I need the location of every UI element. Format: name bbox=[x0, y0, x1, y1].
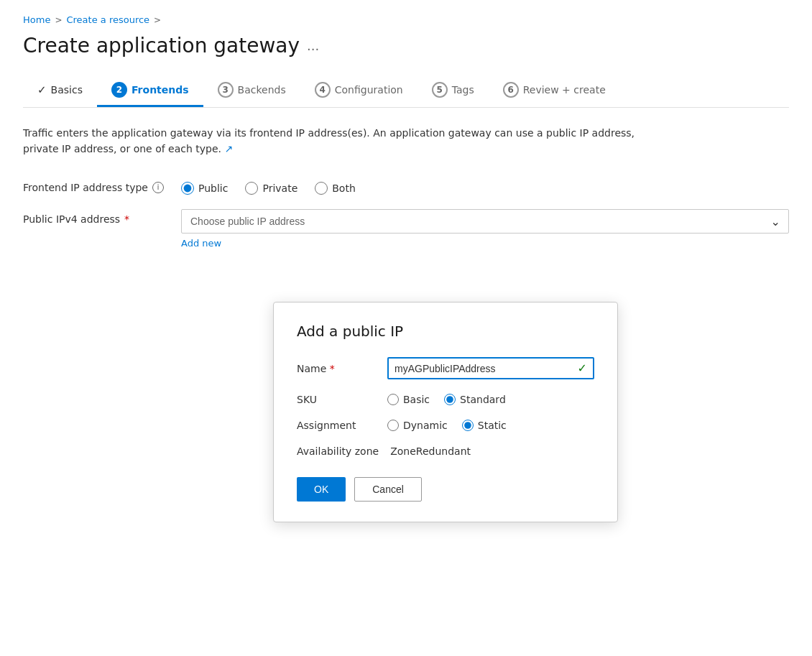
tab-tags-label: Tags bbox=[452, 84, 474, 96]
review-tab-num: 6 bbox=[503, 82, 519, 98]
modal-availability-zone-label-text: Availability zone bbox=[297, 445, 379, 457]
breadcrumb-separator-2: > bbox=[154, 15, 161, 25]
tab-review-create[interactable]: 6 Review + create bbox=[489, 75, 620, 107]
breadcrumb: Home > Create a resource > bbox=[23, 14, 789, 25]
sku-basic-radio[interactable] bbox=[387, 394, 399, 405]
frontend-ip-public-radio[interactable] bbox=[181, 182, 194, 195]
assignment-static-radio[interactable] bbox=[462, 420, 474, 431]
configuration-tab-num: 4 bbox=[315, 82, 331, 98]
public-ipv4-required-star: * bbox=[124, 213, 129, 225]
breadcrumb-separator-1: > bbox=[55, 15, 62, 25]
assignment-dynamic-radio[interactable] bbox=[387, 420, 399, 431]
modal-assignment-label-text: Assignment bbox=[297, 420, 356, 431]
frontend-ip-info-icon[interactable]: i bbox=[152, 182, 164, 193]
public-ip-select[interactable]: Choose public IP address bbox=[181, 209, 789, 234]
modal-sku-row: SKU Basic Standard bbox=[297, 394, 594, 405]
modal-cancel-button[interactable]: Cancel bbox=[354, 477, 422, 502]
modal-ok-button[interactable]: OK bbox=[297, 477, 346, 502]
frontend-ip-type-row: Frontend IP address type i Public Privat… bbox=[23, 177, 789, 195]
tab-configuration[interactable]: 4 Configuration bbox=[300, 75, 417, 107]
ellipsis-menu-icon[interactable]: ... bbox=[307, 38, 319, 53]
modal-sku-label: SKU bbox=[297, 394, 376, 405]
tab-frontends[interactable]: 2 Frontends bbox=[97, 75, 203, 107]
frontend-ip-public-label[interactable]: Public bbox=[198, 183, 228, 194]
backends-tab-num: 3 bbox=[218, 82, 234, 98]
tags-tab-num: 5 bbox=[432, 82, 448, 98]
frontend-ip-control: Public Private Both bbox=[181, 177, 789, 195]
description-text: Traffic enters the application gateway v… bbox=[23, 127, 635, 154]
page-title: Create application gateway bbox=[23, 34, 300, 57]
tab-backends[interactable]: 3 Backends bbox=[203, 75, 300, 107]
public-ipv4-label: Public IPv4 address * bbox=[23, 209, 167, 225]
modal-name-row: Name * ✓ bbox=[297, 357, 594, 379]
tab-review-create-label: Review + create bbox=[523, 84, 606, 96]
page-title-row: Create application gateway ... bbox=[23, 34, 789, 57]
breadcrumb-create-resource[interactable]: Create a resource bbox=[66, 14, 149, 25]
modal-assignment-label: Assignment bbox=[297, 420, 376, 431]
frontend-ip-private-option[interactable]: Private bbox=[245, 182, 297, 195]
assignment-dynamic-label[interactable]: Dynamic bbox=[403, 420, 448, 431]
wizard-tabs: ✓ Basics 2 Frontends 3 Backends 4 Config… bbox=[23, 75, 789, 108]
modal-box: Add a public IP Name * ✓ SKU bbox=[273, 302, 618, 522]
modal-sku-field: Basic Standard bbox=[387, 394, 594, 405]
sku-standard-option[interactable]: Standard bbox=[444, 394, 506, 405]
public-ipv4-row: Public IPv4 address * Choose public IP a… bbox=[23, 209, 789, 249]
frontends-tab-num: 2 bbox=[111, 82, 127, 98]
modal-name-field: ✓ bbox=[387, 357, 594, 379]
tab-basics[interactable]: ✓ Basics bbox=[23, 76, 97, 106]
tab-backends-label: Backends bbox=[238, 84, 286, 96]
modal-actions: OK Cancel bbox=[297, 477, 594, 502]
frontend-ip-private-radio[interactable] bbox=[245, 182, 258, 195]
frontend-ip-public-option[interactable]: Public bbox=[181, 182, 228, 195]
frontend-ip-label: Frontend IP address type i bbox=[23, 177, 167, 193]
modal-assignment-radio-group: Dynamic Static bbox=[387, 420, 594, 431]
modal-availability-zone-value: ZoneRedundant bbox=[390, 445, 471, 457]
frontend-ip-private-label[interactable]: Private bbox=[262, 183, 297, 194]
basics-check-icon: ✓ bbox=[37, 83, 47, 96]
frontend-ip-both-label[interactable]: Both bbox=[332, 183, 356, 194]
frontend-ip-both-option[interactable]: Both bbox=[315, 182, 356, 195]
add-public-ip-modal: Add a public IP Name * ✓ SKU bbox=[273, 302, 618, 522]
modal-title: Add a public IP bbox=[297, 323, 594, 340]
tab-frontends-label: Frontends bbox=[132, 84, 189, 96]
modal-name-valid-icon: ✓ bbox=[578, 361, 587, 375]
modal-availability-zone-field: ZoneRedundant bbox=[390, 445, 594, 457]
sku-standard-radio[interactable] bbox=[444, 394, 456, 405]
section-description: Traffic enters the application gateway v… bbox=[23, 125, 670, 157]
tab-tags[interactable]: 5 Tags bbox=[417, 75, 489, 107]
page-container: Home > Create a resource > Create applic… bbox=[0, 0, 812, 656]
modal-sku-label-text: SKU bbox=[297, 394, 317, 405]
sku-standard-label[interactable]: Standard bbox=[460, 394, 506, 405]
frontend-ip-both-radio[interactable] bbox=[315, 182, 328, 195]
sku-basic-option[interactable]: Basic bbox=[387, 394, 430, 405]
public-ipv4-label-text: Public IPv4 address bbox=[23, 213, 120, 225]
frontend-ip-radio-group: Public Private Both bbox=[181, 177, 789, 195]
frontend-ip-label-text: Frontend IP address type bbox=[23, 182, 148, 193]
public-ip-select-wrapper: Choose public IP address ⌄ bbox=[181, 209, 789, 234]
assignment-static-option[interactable]: Static bbox=[462, 420, 507, 431]
modal-name-input-wrapper[interactable]: ✓ bbox=[387, 357, 594, 379]
modal-availability-zone-label: Availability zone bbox=[297, 445, 379, 457]
public-ipv4-control: Choose public IP address ⌄ Add new bbox=[181, 209, 789, 249]
sku-basic-label[interactable]: Basic bbox=[403, 394, 430, 405]
assignment-dynamic-option[interactable]: Dynamic bbox=[387, 420, 448, 431]
assignment-static-label[interactable]: Static bbox=[478, 420, 507, 431]
modal-assignment-row: Assignment Dynamic Static bbox=[297, 420, 594, 431]
tab-basics-label: Basics bbox=[51, 84, 83, 96]
learn-more-link[interactable]: ↗ bbox=[224, 143, 233, 154]
tab-configuration-label: Configuration bbox=[335, 84, 403, 96]
modal-availability-zone-row: Availability zone ZoneRedundant bbox=[297, 445, 594, 457]
modal-assignment-field: Dynamic Static bbox=[387, 420, 594, 431]
modal-name-label-text: Name bbox=[297, 363, 326, 374]
modal-name-required-star: * bbox=[330, 363, 335, 374]
modal-sku-radio-group: Basic Standard bbox=[387, 394, 594, 405]
modal-name-label: Name * bbox=[297, 363, 376, 374]
breadcrumb-home[interactable]: Home bbox=[23, 14, 50, 25]
add-new-link[interactable]: Add new bbox=[181, 238, 221, 249]
modal-name-input[interactable] bbox=[395, 363, 572, 374]
